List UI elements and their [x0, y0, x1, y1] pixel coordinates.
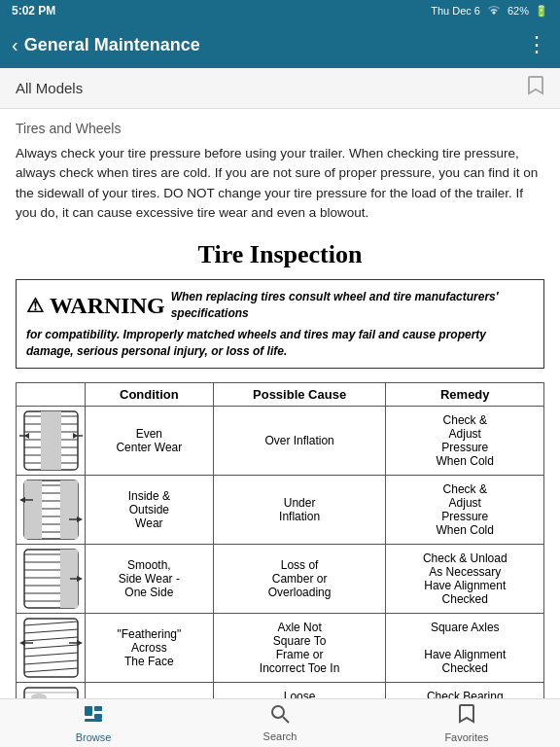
tire-image-cell	[17, 406, 86, 475]
battery-display: 62%	[508, 5, 529, 17]
svg-line-50	[24, 653, 78, 657]
tire-image-cell	[17, 544, 86, 613]
svg-line-52	[24, 668, 78, 672]
warning-header: ⚠ WARNING When replacing tires consult w…	[26, 288, 534, 323]
svg-marker-30	[19, 497, 25, 503]
tab-browse[interactable]: Browse	[0, 699, 187, 747]
inspection-table: Condition Possible Cause Remedy	[16, 382, 544, 747]
wifi-icon	[486, 4, 502, 18]
favorites-icon	[458, 703, 475, 729]
tire-image-cell	[17, 613, 86, 682]
col-condition: Condition	[86, 382, 214, 406]
tire-diagram-3	[17, 545, 85, 613]
svg-line-51	[24, 660, 78, 664]
favorites-label: Favorites	[444, 731, 488, 743]
svg-line-47	[24, 629, 78, 633]
condition-1: EvenCenter Wear	[86, 406, 214, 475]
browse-icon	[83, 703, 104, 729]
svg-point-75	[272, 706, 284, 718]
inspection-title: Tire Inspection	[16, 240, 544, 269]
condition-3: Smooth,Side Wear -One Side	[86, 544, 214, 613]
svg-marker-55	[77, 640, 83, 646]
table-header-row: Condition Possible Cause Remedy	[17, 382, 544, 406]
more-button[interactable]: ⋮	[526, 32, 548, 57]
browse-label: Browse	[76, 731, 112, 743]
svg-line-76	[283, 717, 289, 723]
status-time: 5:02 PM	[12, 4, 55, 18]
svg-rect-73	[94, 714, 102, 719]
tab-favorites[interactable]: Favorites	[373, 699, 560, 747]
cause-1: Over Inflation	[213, 406, 386, 475]
tire-diagram-1	[17, 407, 85, 475]
svg-marker-32	[77, 516, 83, 522]
nav-left: ‹ General Maintenance	[12, 34, 200, 56]
condition-2: Inside &OutsideWear	[86, 475, 214, 544]
svg-marker-53	[19, 640, 25, 646]
status-icons: Thu Dec 6 62% 🔋	[431, 4, 548, 18]
table-row: "Feathering"AcrossThe Face Axle NotSquar…	[17, 613, 544, 682]
svg-line-48	[24, 637, 78, 641]
remedy-4: Square AxlesHave AlignmentChecked	[386, 613, 544, 682]
nav-bar: ‹ General Maintenance ⋮	[0, 21, 560, 68]
warning-text-right: When replacing tires consult wheel and t…	[171, 289, 534, 322]
table-row: Smooth,Side Wear -One Side Loss ofCamber…	[17, 544, 544, 613]
tire-diagram-4	[17, 614, 85, 682]
section-title: Tires and Wheels	[16, 121, 544, 136]
svg-rect-22	[60, 480, 78, 539]
col-cause: Possible Cause	[213, 382, 386, 406]
col-remedy: Remedy	[386, 382, 544, 406]
nav-title: General Maintenance	[24, 35, 200, 55]
main-content: Tires and Wheels Always check your tire …	[0, 109, 560, 747]
bookmark-icon[interactable]	[527, 75, 544, 101]
table-row: EvenCenter Wear Over Inflation Check &Ad…	[17, 406, 544, 475]
date-display: Thu Dec 6	[431, 5, 480, 17]
remedy-1: Check &AdjustPressureWhen Cold	[386, 406, 544, 475]
svg-line-46	[24, 622, 78, 625]
battery-icon: 🔋	[535, 5, 548, 18]
search-icon	[270, 704, 290, 729]
cause-4: Axle NotSquare ToFrame orIncorrect Toe I…	[213, 613, 386, 682]
condition-4: "Feathering"AcrossThe Face	[86, 613, 214, 682]
remedy-3: Check & UnloadAs NecessaryHave Alignment…	[386, 544, 544, 613]
remedy-2: Check &AdjustPressureWhen Cold	[386, 475, 544, 544]
svg-rect-21	[24, 480, 42, 539]
svg-rect-71	[85, 706, 92, 716]
tab-search[interactable]: Search	[187, 699, 373, 747]
col-image	[17, 382, 86, 406]
table-row: Inside &OutsideWear UnderInflation Check…	[17, 475, 544, 544]
status-bar: 5:02 PM Thu Dec 6 62% 🔋	[0, 0, 560, 21]
warning-word: WARNING	[50, 288, 165, 323]
svg-rect-72	[94, 706, 102, 711]
tire-image-cell	[17, 475, 86, 544]
tab-bar: Browse Search Favorites	[0, 698, 560, 747]
back-button[interactable]: ‹	[12, 34, 18, 56]
cause-3: Loss ofCamber orOverloading	[213, 544, 386, 613]
models-bar: All Models	[0, 68, 560, 109]
svg-marker-43	[77, 576, 83, 582]
warning-block: ⚠ WARNING When replacing tires consult w…	[16, 279, 544, 369]
search-label: Search	[263, 730, 298, 742]
svg-rect-1	[41, 411, 61, 470]
warning-symbol: ⚠	[26, 291, 44, 320]
models-label: All Models	[16, 80, 83, 96]
svg-line-49	[24, 645, 78, 649]
tire-diagram-2	[17, 476, 85, 544]
svg-rect-74	[85, 719, 102, 722]
cause-2: UnderInflation	[213, 475, 386, 544]
intro-text: Always check your tire pressure before u…	[16, 144, 544, 223]
warning-subtext: for compatibility. Improperly matched wh…	[26, 327, 534, 360]
